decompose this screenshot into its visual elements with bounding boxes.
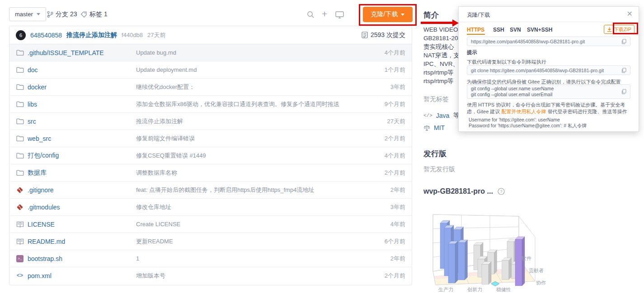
svg-text:?: ? — [500, 189, 502, 194]
commit-message-link[interactable]: Update bug.md — [136, 49, 362, 56]
tab-https[interactable]: HTTPS — [467, 27, 484, 33]
branch-selector-dropdown[interactable]: master — [9, 7, 46, 21]
folder-icon — [16, 118, 24, 125]
file-name-link[interactable]: web_src — [28, 135, 51, 142]
table-row[interactable]: web_src修复前端文件编译错误2个月前 — [9, 130, 412, 147]
language-link[interactable]: Java — [436, 112, 450, 119]
repo-url-field[interactable]: https://gitee.com/pan648540858/wvp-GB281… — [467, 37, 630, 46]
popup-title: 克隆/下载 — [467, 11, 490, 19]
download-zip-label: 下载ZIP — [614, 26, 631, 33]
commit-message-link[interactable]: 更新README — [136, 237, 362, 246]
close-icon[interactable]: ✕ — [627, 9, 633, 18]
table-row[interactable]: .github/ISSUE_TEMPLATEUpdate bug.md4个月前 — [9, 44, 412, 61]
commit-message-link[interactable]: 推流停止添加注解 — [136, 117, 362, 126]
file-name-link[interactable]: .gitmodules — [28, 204, 60, 211]
download-icon — [607, 27, 612, 32]
commit-author-link[interactable]: 648540858 — [30, 32, 62, 39]
table-row[interactable]: >_bootstrap.sh12年前 — [9, 250, 412, 267]
hint-label: 提示 — [467, 49, 477, 56]
file-name-link[interactable]: LICENSE — [28, 221, 55, 228]
commit-message-link[interactable]: 调整数据库名称 — [136, 169, 362, 177]
chart-bar-gray — [482, 261, 491, 284]
monitor-icon[interactable] — [335, 11, 344, 19]
file-name-link[interactable]: 打包/config — [28, 152, 59, 160]
plus-icon[interactable]: + — [322, 10, 327, 18]
terminal-username-line: Username for 'https://gitee.com': userNa… — [469, 117, 587, 123]
help-icon[interactable]: ? — [498, 188, 505, 195]
avatar[interactable]: 6 — [16, 30, 26, 40]
gitee-repo-page: master 分支 23 标签 1 + 克隆/下载 6 648540858 推流… — [0, 0, 644, 293]
git-icon — [16, 186, 24, 194]
folder-icon — [16, 49, 24, 56]
no-releases-text: 暂无发行版 — [423, 165, 455, 173]
license-balance-icon — [423, 125, 430, 131]
tab-ssh[interactable]: SSH — [493, 27, 504, 33]
commit-message-link[interactable]: Create LICENSE — [136, 221, 362, 228]
table-row[interactable]: 打包/config修复CSEQ重置错误 #14494个月前 — [9, 147, 412, 164]
table-row[interactable]: 数据库调整数据库名称2个月前 — [9, 164, 412, 181]
table-row[interactable]: libs添加金仓数据库x86驱动，优化兼容接口通道列表查询。修复多个通道同时推送… — [9, 96, 412, 113]
license-link[interactable]: MIT — [434, 124, 445, 131]
commit-time: 27天前 — [387, 117, 405, 126]
folder-icon — [16, 152, 24, 159]
chart-depth-label: 贡献者 — [529, 268, 544, 274]
chevron-down-icon — [401, 14, 404, 16]
branches-link[interactable]: 分支 23 — [47, 10, 77, 19]
intro-heading: 简介 — [423, 10, 439, 20]
file-name-link[interactable]: .github/ISSUE_TEMPLATE — [28, 49, 104, 56]
tag-icon — [80, 11, 87, 18]
commit-message-link[interactable]: 推流停止添加注解 — [66, 31, 117, 39]
commit-message-link[interactable]: 修改仓库地址 — [136, 203, 362, 211]
tags-link[interactable]: 标签 1 — [80, 10, 108, 19]
table-row[interactable]: <>pom.xml增加版本号2个月前 — [9, 267, 412, 284]
table-row[interactable]: docker继续优化docker配置：3年前 — [9, 79, 412, 96]
folder-icon — [16, 84, 24, 90]
table-row[interactable]: .gitmodules修改仓库地址3年前 — [9, 199, 412, 216]
commit-message-link[interactable]: 增加版本号 — [136, 272, 362, 280]
file-name-link[interactable]: .gitignore — [28, 186, 54, 194]
tab-svn[interactable]: SVN — [510, 27, 521, 33]
copy-icon[interactable] — [621, 68, 626, 73]
table-row[interactable]: LICENSECreate LICENSE4年前 — [9, 216, 412, 233]
table-row[interactable]: src推流停止添加注解27天前 — [9, 113, 412, 130]
file-name-link[interactable]: 数据库 — [28, 169, 47, 177]
commit-time: 2年前 — [390, 186, 405, 194]
clone-download-button[interactable]: 克隆/下载 — [363, 7, 413, 22]
commit-time: 2年前 — [390, 255, 405, 263]
project-title-row: wvp-GB28181-pro ... ? — [423, 187, 505, 195]
private-token-link[interactable]: 配置并使用私人令牌 — [501, 109, 546, 114]
book-icon — [16, 238, 24, 245]
commit-message-link[interactable]: 继续优化docker配置： — [136, 83, 362, 91]
git-config-field[interactable]: git config --global user.name userName g… — [467, 84, 630, 99]
table-row[interactable]: .gitignorefeat: 点播开始后的截图任务，判断启用https后使用h… — [9, 181, 412, 199]
search-icon[interactable] — [307, 11, 315, 19]
tab-svn-ssh[interactable]: SVN+SSH — [527, 27, 552, 33]
file-name-link[interactable]: README.md — [28, 238, 65, 245]
table-row[interactable]: docUpdate deployment.md1个月前 — [9, 61, 412, 79]
commits-count-link[interactable]: 2593 次提交 — [362, 31, 405, 39]
file-name-link[interactable]: libs — [28, 101, 37, 108]
clone-download-label: 克隆/下载 — [371, 10, 398, 19]
commit-message-link[interactable]: Update deployment.md — [136, 66, 362, 73]
file-name-link[interactable]: bootstrap.sh — [28, 255, 62, 262]
file-name-link[interactable]: pom.xml — [28, 272, 52, 279]
commit-message-link[interactable]: 添加金仓数据库x86驱动，优化兼容接口通道列表查询。修复多个通道同时推送 — [136, 100, 362, 108]
commit-message-link[interactable]: 修复CSEQ重置错误 #1449 — [136, 152, 362, 160]
https-note-text2: 替代登录密码进行克隆、推送等操作 — [546, 109, 627, 114]
file-name-link[interactable]: doc — [28, 66, 38, 74]
commit-message-link[interactable]: 修复前端文件编译错误 — [136, 135, 362, 143]
commit-message-link[interactable]: feat: 点播开始后的截图任务，判断启用https后使用https_fmp4流… — [136, 186, 362, 194]
download-zip-button[interactable]: 下载ZIP — [604, 25, 635, 34]
chart-x-label: 稳健性 — [496, 287, 511, 292]
file-name-link[interactable]: src — [28, 118, 36, 125]
commit-hash[interactable]: f440db8 — [122, 32, 143, 38]
git-clone-field[interactable]: git clone https://gitee.com/pan648540858… — [467, 65, 630, 75]
file-name-link[interactable]: docker — [28, 84, 47, 91]
folder-icon — [16, 66, 24, 73]
commit-message-link[interactable]: 1 — [136, 255, 362, 262]
table-row[interactable]: README.md更新README6个月前 — [9, 233, 412, 250]
clone-hint-text: 下载代码请复制以下命令到终端执行 — [467, 59, 546, 65]
code-icon: <> — [16, 273, 24, 279]
copy-icon[interactable] — [621, 89, 626, 94]
copy-icon[interactable] — [621, 39, 626, 44]
